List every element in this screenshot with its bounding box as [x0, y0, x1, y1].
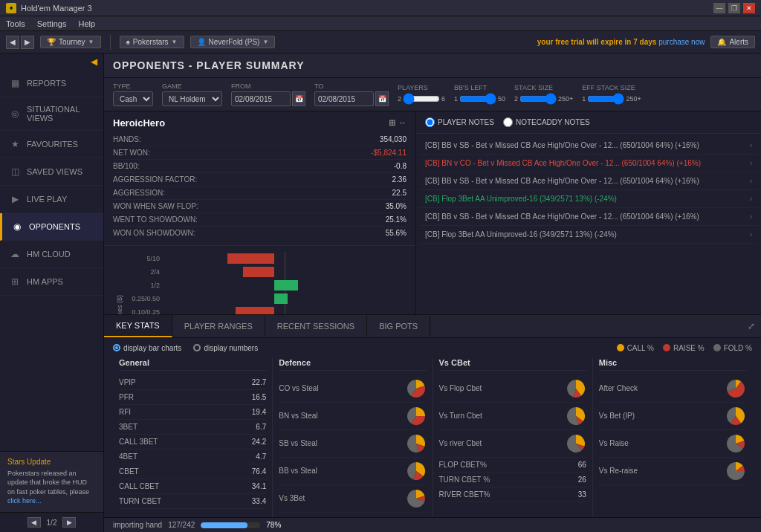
bar-1-2 [274, 280, 298, 291]
sidebar-item-situational[interactable]: ◎ SITUATIONAL VIEWS [0, 97, 103, 131]
note-arrow: › [750, 195, 752, 203]
player-icon1[interactable]: ⊞ [389, 118, 395, 128]
to-input[interactable] [314, 91, 374, 106]
stats-col-misc: MiscAfter CheckVs Bet (IP)Vs RaiseVs Re-… [593, 358, 752, 518]
note-item[interactable]: [CB] Flop 3Bet AA Unimproved-16 (349/257… [419, 226, 758, 244]
stat-value: 19.4 [244, 408, 266, 416]
from-calendar-icon[interactable]: 📅 [292, 91, 305, 106]
numbers-option[interactable]: display numbers [193, 344, 258, 352]
col-title: Misc [599, 358, 746, 371]
progress-bar [201, 522, 260, 528]
note-arrow: › [750, 230, 752, 239]
titlebar: ♠ Hold'em Manager 3 — ❐ ✕ [0, 0, 761, 16]
stat-value: 354,030 [347, 135, 407, 143]
sidebar-item-live[interactable]: ▶ LIVE PLAY [0, 186, 103, 213]
restore-button[interactable]: ❐ [728, 3, 740, 13]
stat-name: PFR [119, 393, 134, 401]
tab-player-ranges[interactable]: PLAYER RANGES [172, 316, 265, 337]
close-button[interactable]: ✕ [743, 3, 755, 13]
note-item[interactable]: [CB] BB v SB - Bet v Missed CB Ace High/… [419, 208, 758, 226]
sidebar-label-cloud: HM CLOUD [27, 250, 71, 259]
update-title: Stars Update [7, 458, 96, 466]
page-header: OPPONENTS - PLAYER SUMMARY [104, 53, 761, 78]
stat-label: HANDS: [113, 135, 347, 143]
sidebar-item-apps[interactable]: ⊞ HM APPS [0, 268, 103, 296]
live-icon: ▶ [9, 193, 21, 205]
type-select[interactable]: Cash [113, 91, 153, 106]
to-label: TO [314, 82, 389, 90]
tab-big-pots[interactable]: BIG POTS [367, 316, 430, 337]
filter-game: GAME NL Holdem [162, 82, 222, 106]
notecaddy-radio[interactable]: NOTECADDY NOTES [503, 117, 590, 127]
player-name: HeroicHero ⊞ ↔ [113, 117, 407, 129]
chart-area: Stakes ($) 5/102/41/20.25/0.500.10/0.250… [104, 246, 415, 314]
sidebar-collapse-button[interactable]: ◀ [91, 56, 97, 67]
sidebar-update: Stars Update Pokerstars released an upda… [0, 451, 103, 512]
sidebar-collapse: ◀ [0, 53, 103, 70]
player-notes-radio[interactable]: PLAYER NOTES [425, 117, 494, 127]
stat-label: WENT TO SHOWDOWN: [113, 215, 347, 224]
game-label: GAME [162, 82, 222, 90]
note-item[interactable]: [CB] BN v CO - Bet v Missed CB Ace High/… [419, 155, 758, 172]
stat-name: FLOP CBET% [439, 461, 487, 469]
nav-forward-button[interactable]: ▶ [21, 36, 34, 49]
note-item[interactable]: [CB] BB v SB - Bet v Missed CB Ace High/… [419, 137, 758, 155]
pokerstars-button[interactable]: ♠ Pokerstars ▼ [120, 36, 184, 48]
stat-value: -$5,824.11 [347, 149, 407, 157]
note-item[interactable]: [CB] Flop 3Bet AA Unimproved-16 (349/257… [419, 190, 758, 208]
stat-label: AGGRESSION: [113, 189, 347, 197]
stat-item: Vs Turn Cbet [439, 403, 586, 430]
game-select[interactable]: NL Holdem [162, 91, 222, 106]
note-item[interactable]: [CB] BB v SB - Bet v Missed CB Ace High/… [419, 172, 758, 190]
filter-to: TO 📅 [314, 82, 389, 106]
update-link[interactable]: click here... [7, 497, 42, 505]
sidebar-item-opponents[interactable]: ◉ OPPONENTS [0, 213, 103, 241]
from-input[interactable] [231, 91, 291, 106]
filter-from: FROM 📅 [231, 82, 305, 106]
filter-type: TYPE Cash [113, 82, 153, 106]
stat-item: Vs river Cbet [439, 430, 586, 458]
bar-charts-option[interactable]: display bar charts [113, 344, 181, 352]
note-arrow: › [750, 177, 752, 185]
player-stat-row: WON WHEN SAW FLOP:35.0% [113, 200, 407, 213]
stat-value: -0.8 [347, 162, 407, 170]
alerts-button[interactable]: 🔔 Alerts [710, 36, 755, 48]
bar-charts-radio [113, 344, 120, 351]
sidebar-item-favourites[interactable]: ★ FAVOURITES [0, 131, 103, 158]
purchase-link[interactable]: purchase now [658, 38, 705, 46]
eff-stack-slider[interactable] [587, 93, 624, 105]
pie-chart [406, 488, 427, 509]
player-stat-row: AGGRESSION:22.5 [113, 186, 407, 200]
tab-key-stats[interactable]: KEY STATS [104, 315, 172, 337]
menubar: Tools Settings Help [0, 16, 761, 31]
menu-help[interactable]: Help [78, 19, 95, 28]
stat-value: 55.6% [347, 229, 407, 237]
filters-bar: TYPE Cash GAME NL Holdem FROM 📅 TO [104, 78, 761, 111]
toolbar-nav: ◀ ▶ [6, 36, 34, 49]
menu-settings[interactable]: Settings [37, 19, 67, 28]
sidebar-prev-button[interactable]: ◀ [27, 517, 41, 528]
stat-value: 16.5 [244, 393, 266, 401]
sidebar-item-saved[interactable]: ◫ SAVED VIEWS [0, 158, 103, 186]
player-icon2[interactable]: ↔ [398, 118, 407, 128]
tab-expand-icon[interactable]: ⤢ [742, 318, 761, 334]
minimize-button[interactable]: — [713, 3, 725, 13]
tab-recent-sessions[interactable]: RECENT SESSIONS [265, 316, 367, 337]
sidebar-next-button[interactable]: ▶ [62, 517, 76, 528]
player-button[interactable]: 👤 NeverFold (PS) ▼ [190, 36, 276, 48]
col-title: General [119, 358, 266, 371]
stat-item: After Check [599, 375, 746, 403]
nav-back-button[interactable]: ◀ [6, 36, 19, 49]
bb-slider[interactable] [459, 93, 496, 105]
stat-name: CO vs Steal [279, 384, 318, 392]
tourney-button[interactable]: 🏆 Tourney ▼ [40, 36, 101, 48]
sidebar-item-reports[interactable]: ▦ REPORTS [0, 70, 103, 97]
menu-tools[interactable]: Tools [6, 19, 25, 28]
stat-name: BN vs Steal [279, 412, 317, 420]
to-calendar-icon[interactable]: 📅 [375, 91, 389, 106]
stat-value: 35.0% [347, 202, 407, 210]
sidebar: ◀ ▦ REPORTS ◎ SITUATIONAL VIEWS ★ FAVOUR… [0, 53, 104, 532]
stack-slider[interactable] [519, 93, 557, 105]
players-slider[interactable] [403, 93, 440, 105]
sidebar-item-cloud[interactable]: ☁ HM CLOUD [0, 241, 103, 268]
